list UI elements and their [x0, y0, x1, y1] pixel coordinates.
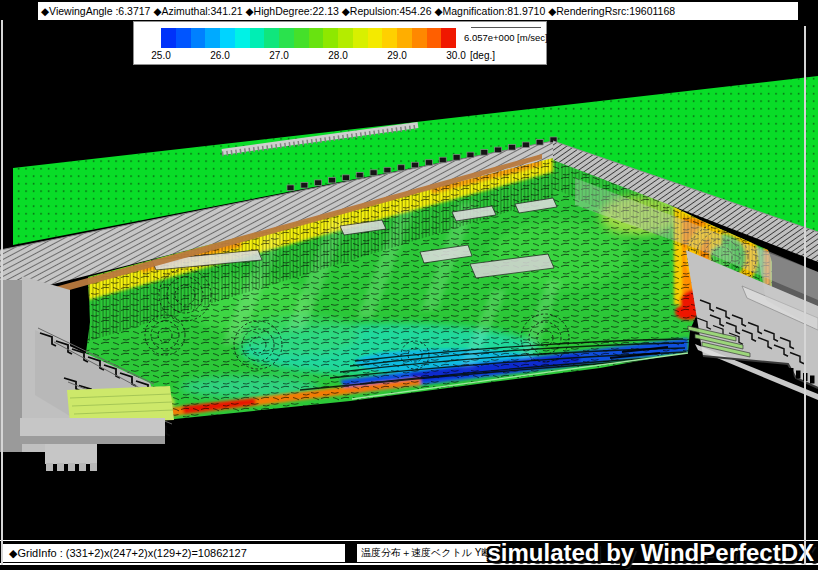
render-viewport[interactable]: [0, 0, 818, 570]
color-cell: [427, 28, 442, 48]
color-cell: [294, 28, 309, 48]
tick-label: 29.0: [387, 50, 406, 61]
tick-label: 26.0: [210, 50, 229, 61]
legend-panel: 25.026.027.028.029.030.0 6.057e+000 [m/s…: [133, 21, 547, 65]
color-cell: [161, 28, 176, 48]
tick-label: 27.0: [269, 50, 288, 61]
color-cell: [250, 28, 265, 48]
application-window: ◆ViewingAngle :6.3717 ◆Azimuthal:341.21 …: [0, 0, 818, 570]
color-cell: [205, 28, 220, 48]
color-cell: [235, 28, 250, 48]
color-cell: [412, 28, 427, 48]
color-cell: [353, 28, 368, 48]
color-cell: [323, 28, 338, 48]
color-cell: [176, 28, 191, 48]
window-border-left: [1, 20, 3, 565]
view-parameters: ◆ViewingAngle :6.3717 ◆Azimuthal:341.21 …: [41, 5, 675, 17]
tick-label: 25.0: [151, 50, 170, 61]
window-border-right: [804, 26, 806, 565]
color-cell: [279, 28, 294, 48]
vector-scale-line: [471, 27, 541, 28]
color-cell: [220, 28, 235, 48]
view-mode-label: 温度分布＋速度ベクトル Y断面: [357, 544, 505, 562]
color-cell: [264, 28, 279, 48]
grid-info: ◆GridInfo : (331+2)x(247+2)x(129+2)=1086…: [3, 544, 345, 562]
color-cell: [309, 28, 324, 48]
color-cell: [191, 28, 206, 48]
color-cell: [368, 28, 383, 48]
color-scale: [161, 28, 456, 48]
color-cell: [441, 28, 456, 48]
color-cell: [397, 28, 412, 48]
color-cell: [338, 28, 353, 48]
unit-label: [deg.]: [470, 50, 495, 61]
tick-label: 28.0: [328, 50, 347, 61]
title-bar: ◆ViewingAngle :6.3717 ◆Azimuthal:341.21 …: [38, 2, 798, 20]
watermark: simulated by WindPerfectDX: [487, 539, 814, 567]
tick-label: 30.0: [446, 50, 465, 61]
color-cell: [382, 28, 397, 48]
vector-scale-label: 6.057e+000 [m/sec]: [464, 32, 548, 43]
